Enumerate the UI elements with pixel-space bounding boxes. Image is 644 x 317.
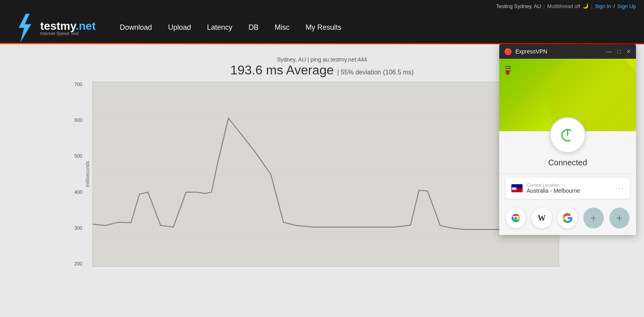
main-content: Sydney, AU | ping au.testmy.net:444 193.… — [0, 44, 644, 317]
add-shortcut-button-1[interactable]: + — [583, 208, 603, 228]
deviation-value: | 55% deviation (106.5 ms) — [337, 69, 414, 76]
chart-area: milliseconds 700 600 500 400 300 200 — [85, 82, 559, 267]
chrome-icon — [509, 212, 522, 224]
location-info: Current Location Australia - Melbourne — [527, 183, 611, 194]
vpn-location-section: Current Location Australia - Melbourne ·… — [499, 173, 636, 203]
moon-icon: 🌙 — [582, 3, 589, 9]
vpn-shortcuts: W + + — [499, 203, 636, 235]
location-ping: Sydney, AU | ping au.testmy.net:444 — [85, 56, 559, 63]
wikipedia-w-icon: W — [538, 214, 546, 223]
chrome-shortcut-button[interactable] — [506, 208, 526, 228]
chart-container: Sydney, AU | ping au.testmy.net:444 193.… — [85, 56, 559, 267]
add-shortcut-button-2[interactable]: + — [609, 208, 630, 228]
vpn-titlebar-controls: — □ ✕ — [606, 48, 631, 55]
hamburger-menu-icon[interactable]: ☰ — [505, 64, 511, 73]
latency-chart — [92, 82, 559, 267]
average-value: 193.6 ms Average | 55% deviation (106.5 … — [85, 63, 559, 78]
vpn-app-name: ExpressVPN — [515, 48, 606, 55]
top-bar: Testing Sydney, AU | Multithread off 🌙 |… — [0, 0, 644, 12]
location-options-button[interactable]: ··· — [615, 184, 624, 193]
nav-my-results[interactable]: My Results — [306, 20, 341, 35]
wikipedia-shortcut-button[interactable]: W — [531, 208, 552, 228]
vpn-minimize-button[interactable]: — — [606, 48, 612, 55]
google-icon — [562, 212, 574, 224]
nav-misc[interactable]: Misc — [275, 20, 289, 35]
google-shortcut-button[interactable] — [558, 208, 578, 228]
chart-wrapper: 700 600 500 400 300 200 — [92, 82, 559, 267]
logo-text: testmy.net Internet Speed Test — [40, 20, 96, 36]
vpn-location-card[interactable]: Current Location Australia - Melbourne ·… — [506, 178, 630, 199]
latency-line — [93, 118, 559, 230]
current-location-label: Current Location — [527, 183, 611, 187]
signup-link[interactable]: Sign Up — [617, 3, 636, 9]
vpn-menu-container: ☰ — [505, 64, 511, 75]
nav-upload[interactable]: Upload — [168, 20, 191, 35]
location-name: Australia - Melbourne — [527, 187, 611, 194]
y-axis-label: milliseconds — [85, 161, 90, 187]
main-nav: Download Upload Latency DB Misc My Resul… — [120, 20, 341, 35]
vpn-power-button[interactable] — [550, 117, 586, 153]
nav-download[interactable]: Download — [120, 20, 152, 35]
vpn-close-button[interactable]: ✕ — [626, 48, 631, 55]
logo-area: testmy.net Internet Speed Test — [12, 14, 96, 42]
vpn-maximize-button[interactable]: □ — [617, 48, 621, 55]
vpn-titlebar: 🔴 ExpressVPN — □ ✕ — [499, 44, 636, 59]
expressvpn-logo-icon: 🔴 — [504, 48, 512, 56]
signin-link[interactable]: Sign In — [595, 3, 611, 9]
power-icon — [559, 126, 576, 144]
header: testmy.net Internet Speed Test Download … — [0, 12, 644, 44]
testing-info: Testing Sydney, AU — [496, 3, 541, 9]
svg-point-17 — [515, 217, 517, 219]
latency-chart-svg — [93, 82, 559, 266]
vpn-panel: 🔴 ExpressVPN — □ ✕ ☰ Conn — [499, 44, 636, 235]
nav-db[interactable]: DB — [248, 20, 258, 35]
australia-flag-icon — [511, 184, 523, 192]
svg-marker-0 — [19, 14, 31, 42]
link-separator: / — [613, 3, 615, 9]
nav-latency[interactable]: Latency — [207, 20, 232, 35]
multithread-label: Multithread off — [547, 3, 580, 9]
chart-title: Sydney, AU | ping au.testmy.net:444 193.… — [85, 56, 559, 78]
vpn-status-label: Connected — [548, 158, 587, 167]
logo-lightning-icon — [12, 14, 36, 42]
logo-subtitle: Internet Speed Test — [40, 31, 96, 36]
separator: | — [544, 3, 545, 9]
y-axis-labels: 700 600 500 400 300 200 — [74, 82, 82, 267]
vpn-power-section: Connected — [499, 131, 636, 173]
